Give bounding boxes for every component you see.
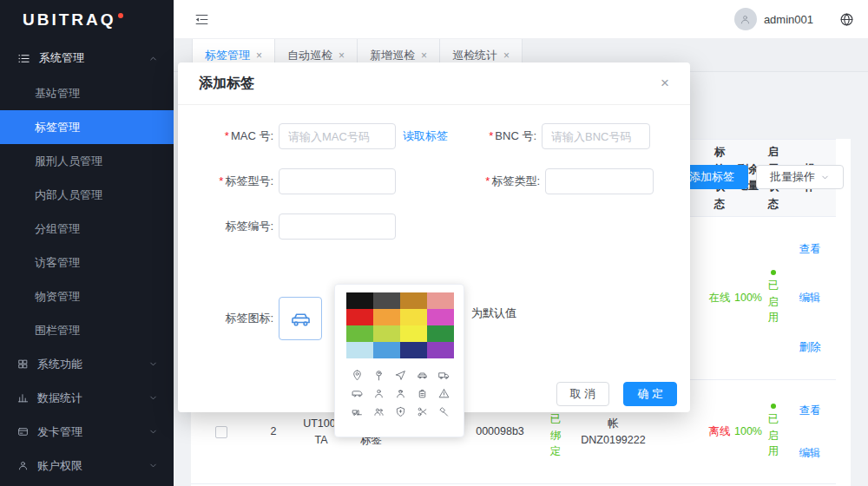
- color-swatch[interactable]: [427, 292, 454, 309]
- hammer-icon[interactable]: [433, 403, 455, 421]
- forklift-icon[interactable]: [346, 403, 368, 421]
- row-checkbox[interactable]: [215, 426, 227, 438]
- topbar: admin001: [174, 0, 868, 39]
- sidebar-group-account-permissions[interactable]: 账户权限: [0, 449, 174, 483]
- required-mark: *: [485, 174, 490, 187]
- menu-fold-icon[interactable]: [194, 12, 209, 27]
- default-icon-note: 为默认值: [471, 305, 516, 321]
- color-swatch[interactable]: [373, 325, 400, 342]
- logo-text: UBITRAQ: [23, 10, 116, 30]
- sidebar: UBITRAQ 系统管理 基站管理 标签管理 服刑人员管理 内部人员管理 分组管…: [0, 0, 174, 486]
- sidebar-item-visitor[interactable]: 访客管理: [0, 246, 174, 279]
- tag-icon-button[interactable]: [279, 297, 322, 340]
- chevron-down-icon: [148, 427, 158, 437]
- mac-label: *MAC 号:: [206, 128, 273, 144]
- enabled-status: 已启用: [763, 217, 784, 379]
- sidebar-item-internal-staff[interactable]: 内部人员管理: [0, 178, 174, 212]
- read-tag-link[interactable]: 读取标签: [403, 128, 448, 144]
- sidebar-item-base-station[interactable]: 基站管理: [0, 76, 174, 110]
- globe-icon[interactable]: [839, 12, 854, 27]
- screen: UBITRAQ 系统管理 基站管理 标签管理 服刑人员管理 内部人员管理 分组管…: [0, 0, 868, 486]
- model-label: *标签型号:: [206, 174, 273, 189]
- add-tag-modal: 添加标签 × *MAC 号: 读取标签 *BNC 号: *标签型号: *标签类型…: [178, 62, 690, 412]
- close-icon[interactable]: ×: [256, 49, 262, 62]
- confirm-button[interactable]: 确 定: [623, 382, 677, 406]
- bnc-input[interactable]: [542, 123, 650, 149]
- color-swatch[interactable]: [400, 292, 427, 309]
- worker-icon[interactable]: [390, 384, 411, 403]
- group-icon[interactable]: [368, 403, 390, 421]
- logo-accent-dot: [118, 13, 123, 18]
- user-icon: [17, 460, 29, 471]
- view-link[interactable]: 查看: [799, 241, 821, 257]
- shield-icon[interactable]: [390, 403, 411, 421]
- color-swatch[interactable]: [400, 342, 427, 358]
- grid-icon: [17, 358, 29, 370]
- avatar[interactable]: [734, 8, 757, 30]
- sidebar-item-asset[interactable]: 物资管理: [0, 279, 174, 313]
- status-dot: [771, 270, 776, 275]
- close-icon[interactable]: ×: [661, 75, 669, 92]
- navigation-icon[interactable]: [390, 366, 411, 384]
- modal-body: *MAC 号: 读取标签 *BNC 号: *标签型号: *标签类型: 标签编号:…: [178, 105, 690, 340]
- warning-icon[interactable]: [433, 384, 455, 403]
- close-icon[interactable]: ×: [421, 49, 427, 62]
- chevron-up-icon: [148, 54, 158, 63]
- sidebar-item-tag-management[interactable]: 标签管理: [0, 110, 174, 144]
- battery-value: 100%: [733, 217, 763, 379]
- mac-input[interactable]: [279, 123, 396, 149]
- color-swatch[interactable]: [427, 342, 454, 358]
- id-badge-icon[interactable]: [411, 384, 433, 403]
- color-swatch[interactable]: [346, 342, 373, 358]
- model-input[interactable]: [279, 168, 396, 194]
- sidebar-item-fence[interactable]: 围栏管理: [0, 313, 174, 347]
- modal-footer: 取 消 确 定: [556, 382, 677, 406]
- sidebar-group-system-functions[interactable]: 系统功能: [0, 347, 174, 381]
- color-swatch[interactable]: [346, 309, 373, 325]
- color-swatch[interactable]: [427, 325, 454, 342]
- sidebar-group-data-statistics[interactable]: 数据统计: [0, 381, 174, 415]
- color-swatch[interactable]: [373, 292, 400, 309]
- username: admin001: [764, 13, 813, 26]
- car-icon[interactable]: [411, 366, 433, 384]
- van-icon[interactable]: [346, 384, 368, 403]
- color-swatch[interactable]: [373, 309, 400, 325]
- batch-actions-button[interactable]: 批量操作: [756, 165, 844, 189]
- color-swatch[interactable]: [400, 309, 427, 325]
- color-swatch[interactable]: [346, 325, 373, 342]
- sidebar-section-label: 系统管理: [39, 50, 148, 66]
- color-swatch[interactable]: [373, 342, 400, 358]
- code-input[interactable]: [279, 213, 396, 240]
- color-swatch[interactable]: [346, 292, 373, 309]
- person-pin-icon[interactable]: [368, 366, 390, 384]
- code-label: 标签编号:: [206, 219, 273, 234]
- tag-status-value: 在线: [706, 217, 733, 379]
- edit-link[interactable]: 编辑: [799, 445, 821, 461]
- color-swatch[interactable]: [427, 309, 454, 325]
- required-mark: *: [489, 129, 493, 142]
- truck-icon[interactable]: [433, 366, 455, 384]
- icon-grid: [346, 366, 452, 421]
- view-link[interactable]: 查看: [799, 403, 821, 418]
- color-palette: [346, 292, 452, 358]
- logo: UBITRAQ: [0, 0, 174, 40]
- person-icon[interactable]: [368, 384, 390, 403]
- cancel-button[interactable]: 取 消: [556, 382, 610, 406]
- enabled-status: 已启用: [763, 380, 784, 483]
- sidebar-item-grouping[interactable]: 分组管理: [0, 212, 174, 246]
- type-input[interactable]: [545, 168, 654, 194]
- required-mark: *: [219, 174, 223, 187]
- delete-link[interactable]: 删除: [799, 339, 821, 355]
- edit-link[interactable]: 编辑: [799, 290, 821, 305]
- sidebar-item-inmate[interactable]: 服刑人员管理: [0, 144, 174, 178]
- sidebar-group-card-issuing[interactable]: 发卡管理: [0, 415, 174, 449]
- location-pin-icon[interactable]: [346, 366, 368, 384]
- close-icon[interactable]: ×: [503, 49, 510, 62]
- close-icon[interactable]: ×: [339, 49, 345, 62]
- scissors-icon[interactable]: [411, 403, 433, 421]
- chevron-down-icon: [820, 173, 830, 182]
- color-swatch[interactable]: [400, 325, 427, 342]
- chart-icon: [17, 392, 29, 404]
- sidebar-section-system-management[interactable]: 系统管理: [0, 40, 174, 76]
- modal-header: 添加标签 ×: [178, 62, 690, 105]
